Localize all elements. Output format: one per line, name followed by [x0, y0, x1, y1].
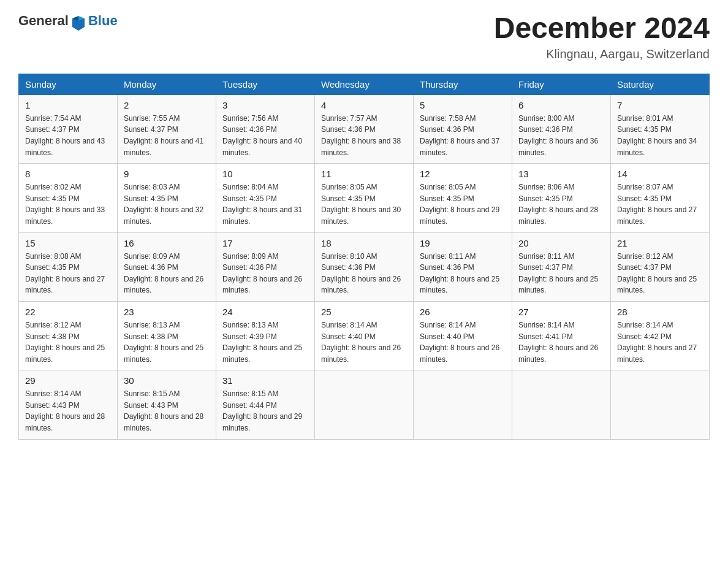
day-info: Sunrise: 8:15 AMSunset: 4:43 PMDaylight:…: [124, 389, 203, 432]
calendar-day: 21 Sunrise: 8:12 AMSunset: 4:37 PMDaylig…: [611, 232, 710, 301]
calendar-day: 4 Sunrise: 7:57 AMSunset: 4:36 PMDayligh…: [315, 94, 414, 163]
day-number: 28: [617, 307, 703, 317]
day-info: Sunrise: 8:12 AMSunset: 4:37 PMDaylight:…: [617, 252, 697, 295]
calendar-day: 25 Sunrise: 8:14 AMSunset: 4:40 PMDaylig…: [315, 301, 414, 370]
calendar-day: 28 Sunrise: 8:14 AMSunset: 4:42 PMDaylig…: [611, 301, 710, 370]
header-monday: Monday: [118, 74, 216, 94]
day-info: Sunrise: 7:55 AMSunset: 4:37 PMDaylight:…: [124, 114, 203, 157]
day-info: Sunrise: 8:08 AMSunset: 4:35 PMDaylight:…: [25, 252, 105, 295]
calendar-day: 16 Sunrise: 8:09 AMSunset: 4:36 PMDaylig…: [118, 232, 216, 301]
day-number: 1: [25, 100, 111, 110]
location-subtitle: Klingnau, Aargau, Switzerland: [494, 47, 710, 61]
calendar-week-4: 22 Sunrise: 8:12 AMSunset: 4:38 PMDaylig…: [19, 301, 710, 370]
day-number: 26: [420, 307, 506, 317]
day-number: 25: [321, 307, 407, 317]
calendar-day: 29 Sunrise: 8:14 AMSunset: 4:43 PMDaylig…: [19, 370, 118, 439]
page-header: General Blue December 2024 Klingnau, Aar…: [18, 12, 710, 61]
day-number: 14: [617, 169, 703, 179]
calendar-day: 22 Sunrise: 8:12 AMSunset: 4:38 PMDaylig…: [19, 301, 118, 370]
day-info: Sunrise: 8:12 AMSunset: 4:38 PMDaylight:…: [25, 321, 105, 364]
day-number: 18: [321, 238, 407, 248]
day-info: Sunrise: 8:14 AMSunset: 4:40 PMDaylight:…: [321, 321, 401, 364]
calendar-day: 11 Sunrise: 8:05 AMSunset: 4:35 PMDaylig…: [315, 164, 414, 232]
header-saturday: Saturday: [611, 74, 710, 94]
day-info: Sunrise: 7:57 AMSunset: 4:36 PMDaylight:…: [321, 114, 401, 157]
day-number: 7: [617, 100, 703, 110]
calendar-week-3: 15 Sunrise: 8:08 AMSunset: 4:35 PMDaylig…: [19, 232, 710, 301]
calendar-day: 6 Sunrise: 8:00 AMSunset: 4:36 PMDayligh…: [512, 94, 611, 163]
day-number: 19: [420, 238, 506, 248]
day-number: 5: [420, 100, 506, 110]
calendar-body: 1 Sunrise: 7:54 AMSunset: 4:37 PMDayligh…: [19, 94, 710, 439]
day-number: 20: [518, 238, 604, 248]
calendar-day: 17 Sunrise: 8:09 AMSunset: 4:36 PMDaylig…: [216, 232, 315, 301]
day-info: Sunrise: 8:06 AMSunset: 4:35 PMDaylight:…: [518, 183, 598, 226]
day-info: Sunrise: 8:07 AMSunset: 4:35 PMDaylight:…: [617, 183, 697, 226]
day-number: 29: [25, 375, 111, 386]
calendar-day: 7 Sunrise: 8:01 AMSunset: 4:35 PMDayligh…: [611, 94, 710, 163]
calendar-day: 3 Sunrise: 7:56 AMSunset: 4:36 PMDayligh…: [216, 94, 315, 163]
calendar-day: 8 Sunrise: 8:02 AMSunset: 4:35 PMDayligh…: [19, 164, 118, 232]
calendar-day: 30 Sunrise: 8:15 AMSunset: 4:43 PMDaylig…: [118, 370, 216, 439]
calendar-day: 24 Sunrise: 8:13 AMSunset: 4:39 PMDaylig…: [216, 301, 315, 370]
day-info: Sunrise: 8:10 AMSunset: 4:36 PMDaylight:…: [321, 252, 401, 295]
calendar-day: [611, 370, 710, 439]
calendar-day: 1 Sunrise: 7:54 AMSunset: 4:37 PMDayligh…: [19, 94, 118, 163]
day-number: 4: [321, 100, 407, 110]
calendar-day: 9 Sunrise: 8:03 AMSunset: 4:35 PMDayligh…: [118, 164, 216, 232]
day-number: 15: [25, 238, 111, 248]
day-number: 31: [222, 375, 308, 386]
day-number: 9: [124, 169, 210, 179]
logo-icon: [70, 13, 87, 31]
day-info: Sunrise: 8:09 AMSunset: 4:36 PMDaylight:…: [222, 252, 302, 295]
calendar-day: 23 Sunrise: 8:13 AMSunset: 4:38 PMDaylig…: [118, 301, 216, 370]
day-info: Sunrise: 8:14 AMSunset: 4:40 PMDaylight:…: [420, 321, 499, 364]
header-friday: Friday: [512, 74, 611, 94]
calendar-day: [414, 370, 512, 439]
header-tuesday: Tuesday: [216, 74, 315, 94]
header-row: SundayMondayTuesdayWednesdayThursdayFrid…: [19, 74, 710, 94]
day-number: 21: [617, 238, 703, 248]
calendar-day: 10 Sunrise: 8:04 AMSunset: 4:35 PMDaylig…: [216, 164, 315, 232]
day-number: 8: [25, 169, 111, 179]
day-number: 11: [321, 169, 407, 179]
calendar-day: 2 Sunrise: 7:55 AMSunset: 4:37 PMDayligh…: [118, 94, 216, 163]
calendar-table: SundayMondayTuesdayWednesdayThursdayFrid…: [18, 74, 710, 440]
day-info: Sunrise: 8:09 AMSunset: 4:36 PMDaylight:…: [124, 252, 203, 295]
day-info: Sunrise: 8:15 AMSunset: 4:44 PMDaylight:…: [222, 389, 302, 432]
day-info: Sunrise: 8:04 AMSunset: 4:35 PMDaylight:…: [222, 183, 302, 226]
day-number: 17: [222, 238, 308, 248]
calendar-day: 31 Sunrise: 8:15 AMSunset: 4:44 PMDaylig…: [216, 370, 315, 439]
day-info: Sunrise: 8:13 AMSunset: 4:39 PMDaylight:…: [222, 321, 302, 364]
day-number: 12: [420, 169, 506, 179]
calendar-day: 19 Sunrise: 8:11 AMSunset: 4:36 PMDaylig…: [414, 232, 512, 301]
calendar-day: 5 Sunrise: 7:58 AMSunset: 4:36 PMDayligh…: [414, 94, 512, 163]
title-block: December 2024 Klingnau, Aargau, Switzerl…: [494, 12, 710, 61]
calendar-day: 14 Sunrise: 8:07 AMSunset: 4:35 PMDaylig…: [611, 164, 710, 232]
day-info: Sunrise: 8:11 AMSunset: 4:36 PMDaylight:…: [420, 252, 499, 295]
day-info: Sunrise: 8:05 AMSunset: 4:35 PMDaylight:…: [321, 183, 401, 226]
day-info: Sunrise: 8:00 AMSunset: 4:36 PMDaylight:…: [518, 114, 598, 157]
day-info: Sunrise: 8:03 AMSunset: 4:35 PMDaylight:…: [124, 183, 203, 226]
day-info: Sunrise: 7:56 AMSunset: 4:36 PMDaylight:…: [222, 114, 302, 157]
day-number: 3: [222, 100, 308, 110]
calendar-week-1: 1 Sunrise: 7:54 AMSunset: 4:37 PMDayligh…: [19, 94, 710, 163]
calendar-week-2: 8 Sunrise: 8:02 AMSunset: 4:35 PMDayligh…: [19, 164, 710, 232]
calendar-day: 15 Sunrise: 8:08 AMSunset: 4:35 PMDaylig…: [19, 232, 118, 301]
calendar-day: 12 Sunrise: 8:05 AMSunset: 4:35 PMDaylig…: [414, 164, 512, 232]
header-thursday: Thursday: [414, 74, 512, 94]
day-info: Sunrise: 8:14 AMSunset: 4:41 PMDaylight:…: [518, 321, 598, 364]
day-number: 10: [222, 169, 308, 179]
calendar-day: 20 Sunrise: 8:11 AMSunset: 4:37 PMDaylig…: [512, 232, 611, 301]
day-info: Sunrise: 8:14 AMSunset: 4:43 PMDaylight:…: [25, 389, 105, 432]
day-number: 2: [124, 100, 210, 110]
calendar-day: 26 Sunrise: 8:14 AMSunset: 4:40 PMDaylig…: [414, 301, 512, 370]
calendar-day: 13 Sunrise: 8:06 AMSunset: 4:35 PMDaylig…: [512, 164, 611, 232]
day-info: Sunrise: 8:05 AMSunset: 4:35 PMDaylight:…: [420, 183, 499, 226]
day-number: 13: [518, 169, 604, 179]
calendar-day: 18 Sunrise: 8:10 AMSunset: 4:36 PMDaylig…: [315, 232, 414, 301]
day-number: 30: [124, 375, 210, 386]
day-info: Sunrise: 8:13 AMSunset: 4:38 PMDaylight:…: [124, 321, 203, 364]
calendar-day: [315, 370, 414, 439]
header-sunday: Sunday: [19, 74, 118, 94]
